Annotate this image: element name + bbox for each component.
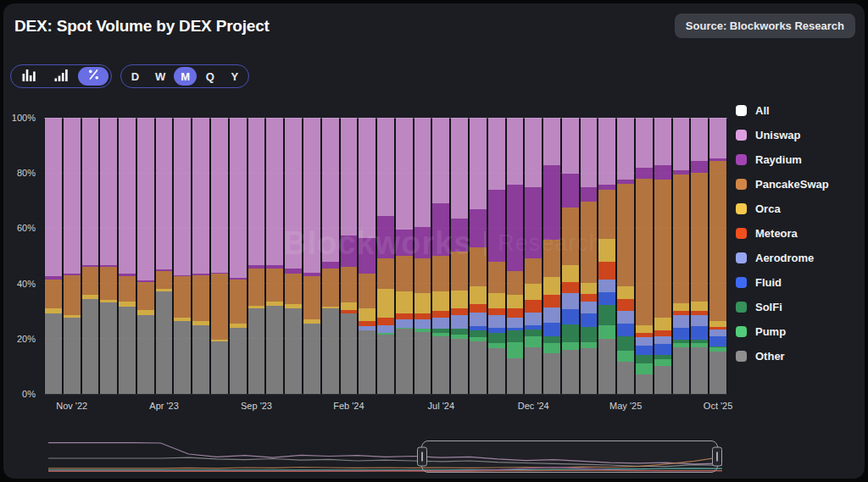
- bar-segment-uniswap: [581, 118, 598, 187]
- bar-apr23[interactable]: [156, 118, 173, 394]
- bar-segment-raydium: [192, 274, 209, 275]
- legend-item-meteora[interactable]: Meteora: [736, 221, 829, 246]
- legend-label: Fluid: [755, 276, 782, 289]
- bar-dec22[interactable]: [82, 118, 99, 394]
- legend-item-all[interactable]: All: [736, 98, 829, 123]
- bar-oct25[interactable]: [709, 118, 726, 394]
- bar-segment-pancakeswap: [617, 184, 634, 286]
- bar-segment-pump: [415, 329, 431, 331]
- bar-sep24[interactable]: [470, 118, 487, 394]
- bar-jun23[interactable]: [192, 118, 209, 394]
- bar-segment-aerodrome: [709, 330, 726, 336]
- interval-q[interactable]: Q: [198, 67, 221, 86]
- bar-feb25[interactable]: [562, 118, 579, 394]
- bar-segment-pancakeswap: [266, 269, 283, 302]
- bar-jul23[interactable]: [211, 118, 228, 394]
- legend-item-pancakeswap[interactable]: PancakeSwap: [736, 172, 829, 197]
- interval-m[interactable]: M: [174, 67, 197, 86]
- bar-segment-uniswap: [230, 118, 247, 278]
- bar-segment-other: [415, 332, 431, 394]
- percent-view-button[interactable]: [78, 67, 108, 86]
- bar-segment-orca: [562, 265, 579, 282]
- bar-may23[interactable]: [174, 118, 191, 394]
- brush-handle-left[interactable]: [417, 447, 427, 467]
- bar-segment-pancakeswap: [248, 269, 265, 306]
- interval-w[interactable]: W: [148, 67, 172, 86]
- bar-segment-meteora: [709, 327, 726, 330]
- bar-mar23[interactable]: [137, 118, 154, 394]
- bar-segment-raydium: [432, 203, 449, 256]
- bar-jul24[interactable]: [432, 118, 449, 394]
- bar-jun24[interactable]: [415, 118, 431, 394]
- bar-nov24[interactable]: [507, 118, 524, 394]
- bar-segment-meteora: [396, 313, 413, 319]
- navigator[interactable]: [48, 432, 722, 474]
- interval-d[interactable]: D: [124, 67, 147, 86]
- bar-segment-solfi: [581, 327, 598, 342]
- bar-aug23[interactable]: [230, 118, 247, 394]
- legend-item-orca[interactable]: Orca: [736, 197, 829, 221]
- bar-nov23[interactable]: [285, 118, 302, 394]
- bar-jan24[interactable]: [322, 118, 339, 394]
- source-badge[interactable]: Source: Blockworks Research: [675, 14, 855, 38]
- bar-segment-uniswap: [396, 118, 413, 230]
- bar-segment-other: [636, 374, 653, 394]
- bar-nov22[interactable]: [64, 118, 81, 394]
- x-tick-label: Jul '24: [428, 401, 454, 411]
- bar-oct22[interactable]: [45, 118, 62, 394]
- legend-item-fluid[interactable]: Fluid: [736, 270, 829, 295]
- legend-item-raydium[interactable]: Raydium: [736, 147, 829, 172]
- bar-jul25[interactable]: [654, 118, 671, 394]
- bar-segment-other: [581, 348, 598, 394]
- bar-may24[interactable]: [396, 118, 413, 394]
- bar-may25[interactable]: [617, 118, 634, 394]
- bar-jan23[interactable]: [100, 118, 117, 394]
- legend-item-solfi[interactable]: SolFi: [736, 295, 829, 319]
- bar-dec23[interactable]: [303, 118, 320, 394]
- legend-swatch: [736, 130, 747, 141]
- bar-segment-orca: [45, 308, 62, 314]
- bar-aug25[interactable]: [673, 118, 690, 394]
- bar-segment-other: [119, 307, 136, 394]
- bar-oct24[interactable]: [488, 118, 505, 394]
- bar-segment-pancakeswap: [82, 267, 99, 295]
- bar-segment-aerodrome: [507, 318, 524, 328]
- bar-chart-button[interactable]: [14, 67, 44, 86]
- bar-segment-orca: [396, 291, 413, 313]
- bar-segment-solfi: [470, 330, 487, 337]
- bar-feb24[interactable]: [341, 118, 358, 394]
- x-axis-labels: Nov '22Apr '23Sep '23Feb '24Jul '24Dec '…: [44, 401, 727, 414]
- bar-jan25[interactable]: [543, 118, 560, 394]
- bar-mar25[interactable]: [581, 118, 598, 394]
- stacked-bar-chart-button[interactable]: [46, 67, 76, 86]
- interval-y[interactable]: Y: [223, 67, 246, 86]
- bar-segment-other: [673, 347, 690, 394]
- bar-sep23[interactable]: [248, 118, 265, 394]
- bar-segment-raydium: [64, 274, 81, 275]
- bar-feb23[interactable]: [119, 118, 136, 394]
- bar-oct23[interactable]: [266, 118, 283, 394]
- bar-segment-pancakeswap: [507, 271, 524, 295]
- chart-card: DEX: Spot Volume by DEX Project Source: …: [3, 3, 865, 479]
- bar-apr25[interactable]: [598, 118, 615, 394]
- navigator-brush[interactable]: [421, 440, 719, 473]
- bar-segment-pump: [636, 363, 653, 374]
- bar-segment-fluid: [562, 309, 579, 324]
- bar-segment-meteora: [507, 308, 524, 318]
- bar-dec24[interactable]: [525, 118, 542, 394]
- legend-item-aerodrome[interactable]: Aerodrome: [736, 246, 829, 270]
- legend-item-other[interactable]: Other: [736, 344, 829, 368]
- legend-swatch: [736, 326, 747, 337]
- bar-jun25[interactable]: [636, 118, 653, 394]
- bar-segment-other: [691, 347, 708, 394]
- bar-aug24[interactable]: [451, 118, 468, 394]
- bar-apr24[interactable]: [377, 118, 394, 394]
- legend-item-uniswap[interactable]: Uniswap: [736, 123, 829, 147]
- bar-segment-pancakeswap: [396, 256, 413, 291]
- legend-item-pump[interactable]: Pump: [736, 319, 829, 344]
- bar-segment-solfi: [432, 329, 449, 333]
- brush-handle-right[interactable]: [712, 447, 722, 467]
- bar-mar24[interactable]: [359, 118, 376, 394]
- bar-sep25[interactable]: [691, 118, 708, 394]
- legend-swatch: [736, 105, 747, 116]
